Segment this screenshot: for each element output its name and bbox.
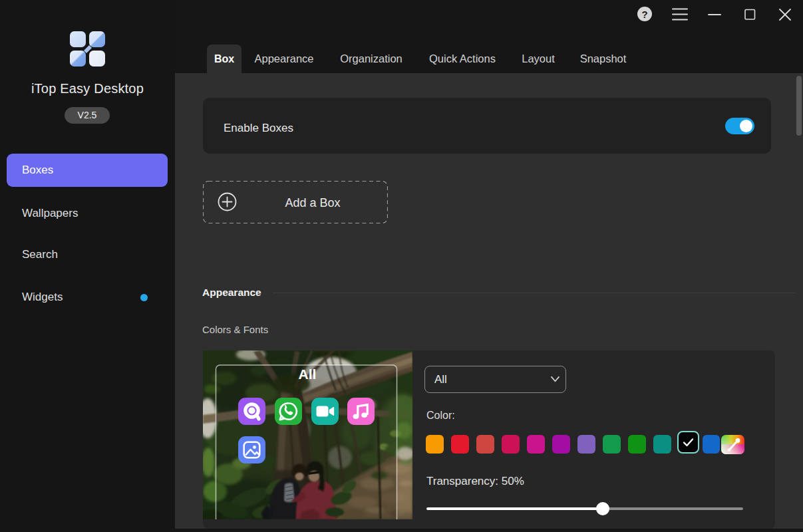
svg-text:All: All: [299, 366, 317, 382]
svg-text:?: ?: [641, 9, 647, 20]
